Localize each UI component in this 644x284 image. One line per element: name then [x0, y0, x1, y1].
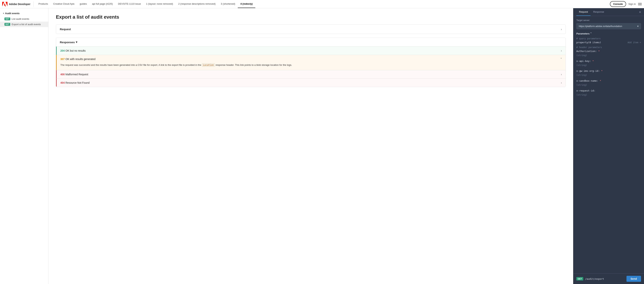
chevron-right-400-icon: › [561, 73, 562, 76]
property-label: property(0 items) [576, 41, 601, 44]
responses-section: Responses ▾ 204 OK but no results › 307 [56, 38, 566, 87]
top-nav: Adobe Developer Products Creative Cloud … [0, 0, 644, 8]
param-authorization: Authorization: * (string) [576, 50, 641, 58]
param-x-sandbox-name: x-sandbox-name: * (string) [576, 80, 641, 87]
sidebar-item-export-audit-events[interactable]: GET Export a list of audit events [0, 22, 48, 27]
send-button[interactable]: Send [626, 276, 641, 282]
adobe-logo: Adobe Developer [2, 2, 34, 7]
sidebar: ▾ Audit events GET List audit events GET… [0, 8, 48, 284]
parameters-label: Parameters [576, 32, 590, 35]
get-badge-export: GET [4, 23, 10, 26]
chevron-down-server-icon: ▾ [637, 25, 638, 28]
chevron-down-params-icon: ˅ [590, 32, 592, 35]
add-item-button[interactable]: Add item + [628, 41, 641, 44]
main-layout: ▾ Audit events GET List audit events GET… [0, 8, 644, 284]
x-gw-ims-org-id-label: x-gw-ims-org-id: * [576, 70, 603, 72]
request-section[interactable]: Request › [56, 24, 566, 34]
comment-header: # header parameters [576, 46, 641, 49]
param-x-api-key: x-api-key: * (string) [576, 60, 641, 67]
x-sandbox-name-label: x-sandbox-name: * [576, 80, 601, 82]
response-code-307: 307 [60, 58, 65, 60]
response-204-text: 204 OK but no results [60, 49, 86, 52]
sidebar-item-label-export: Export a list of audit events [12, 23, 41, 26]
x-sandbox-name-required: * [600, 80, 601, 82]
chevron-down-responses-icon: ▾ [76, 40, 77, 44]
response-row-307[interactable]: 307 OK with results generated ˅ [57, 55, 566, 63]
x-api-key-input[interactable]: (string) [576, 63, 641, 67]
location-code: Location [202, 63, 215, 67]
chevron-right-204-icon: › [561, 49, 562, 52]
param-x-api-key-name: x-api-key: * [576, 60, 641, 62]
x-gw-ims-org-id-required: * [601, 70, 603, 72]
x-sandbox-name-input[interactable]: (string) [576, 83, 641, 87]
response-desc-400: Malformed Request [66, 73, 88, 76]
response-400-text: 400 Malformed Request [60, 73, 88, 76]
chevron-down-307-icon: ˅ [560, 58, 562, 60]
response-row-204[interactable]: 204 OK but no results › [57, 46, 566, 55]
console-button[interactable]: Console [610, 1, 626, 7]
param-x-gw-ims-org-id-name: x-gw-ims-org-id: * [576, 70, 641, 72]
nav-tab-devsite[interactable]: DEVSITE-1110 issue [115, 0, 144, 8]
nav-tab-response-desc[interactable]: 2 (response descriptions removed) [176, 0, 218, 8]
response-code-404: 404 [60, 81, 65, 84]
nav-tab-shortened[interactable]: 3 (shortened) [218, 0, 238, 8]
nav-tab-guides[interactable]: guides [77, 0, 90, 8]
sidebar-section-label: Audit events [5, 12, 20, 15]
request-label: Request [60, 28, 71, 31]
property-param-row: property(0 items) Add item + [576, 41, 641, 44]
response-item-400: 400 Malformed Request › [56, 70, 566, 79]
sidebar-item-list-audit-events[interactable]: GET List audit events [0, 16, 48, 22]
x-request-id-input[interactable]: (string) [576, 93, 641, 97]
response-404-text: 404 Resource Not Found [60, 81, 90, 84]
sign-in-link[interactable]: Sign in [628, 2, 636, 6]
x-api-key-label: x-api-key: * [576, 60, 594, 62]
x-gw-ims-org-id-input[interactable]: (string) [576, 73, 641, 77]
response-body-307-text-before: The request was successful and the resul… [60, 64, 202, 66]
authorization-label: Authorization: * [576, 50, 600, 52]
response-code-400: 400 [60, 73, 65, 76]
right-panel: Request Response × Target server: https:… [573, 8, 644, 284]
chevron-right-icon: › [561, 28, 562, 31]
nav-tab-redocly[interactable]: 4 (redocly) [238, 0, 255, 8]
response-row-400[interactable]: 400 Malformed Request › [57, 70, 566, 78]
nav-tab-api-full-page[interactable]: api full page (#225) [90, 0, 115, 8]
panel-footer: GET /audit/export Send [574, 274, 644, 284]
panel-body: Target server: https://platform.adobe.io… [574, 16, 644, 274]
param-authorization-name: Authorization: * [576, 50, 641, 52]
response-307-text: 307 OK with results generated [60, 58, 96, 60]
nav-right: Console Sign in [610, 1, 642, 7]
nav-tab-creative-cloud[interactable]: Creative Cloud Apis [50, 0, 77, 8]
panel-tab-request[interactable]: Request [576, 8, 590, 16]
responses-header[interactable]: Responses ▾ [56, 38, 566, 46]
param-x-request-id: x-request-id: (string) [576, 89, 641, 97]
param-x-request-id-name: x-request-id: [576, 89, 641, 92]
param-x-sandbox-name-name: x-sandbox-name: * [576, 80, 641, 82]
response-desc-204: OK but no results [66, 49, 86, 52]
endpoint-path: /audit/export [585, 278, 624, 280]
response-body-307: The request was successful and the resul… [57, 63, 566, 70]
x-request-id-label: x-request-id: [576, 89, 595, 92]
chevron-down-icon: ▾ [3, 12, 4, 14]
param-x-gw-ims-org-id: x-gw-ims-org-id: * (string) [576, 70, 641, 77]
page-title: Export a list of audit events [56, 14, 566, 20]
panel-tabs: Request Response × [574, 8, 644, 16]
authorization-required: * [598, 50, 600, 52]
x-api-key-required: * [592, 60, 594, 62]
nav-tab-layout[interactable]: 1 (layout: none removed) [144, 0, 176, 8]
sidebar-section-audit-events[interactable]: ▾ Audit events [0, 10, 48, 16]
adobe-developer-label: Adobe Developer [9, 2, 30, 6]
chevron-right-404-icon: › [561, 81, 562, 84]
panel-tab-response[interactable]: Response [590, 8, 607, 16]
authorization-input[interactable]: (string) [576, 53, 641, 58]
get-badge-footer: GET [576, 277, 583, 280]
close-icon[interactable]: × [639, 10, 641, 14]
response-item-204: 204 OK but no results › [56, 46, 566, 55]
sidebar-item-label-list: List audit events [12, 18, 29, 20]
parameters-header[interactable]: Parameters ˅ [576, 32, 641, 35]
target-server-select[interactable]: https://platform.adobe.io/data/foundatio… [576, 23, 641, 29]
response-body-307-text-after: response header. This link points to a b… [215, 64, 292, 66]
response-row-404[interactable]: 404 Resource Not Found › [57, 79, 566, 87]
nav-tabs: Creative Cloud Apis guides api full page… [50, 0, 255, 8]
nav-tab-products[interactable]: Products [36, 2, 50, 6]
menu-icon[interactable] [638, 3, 642, 5]
